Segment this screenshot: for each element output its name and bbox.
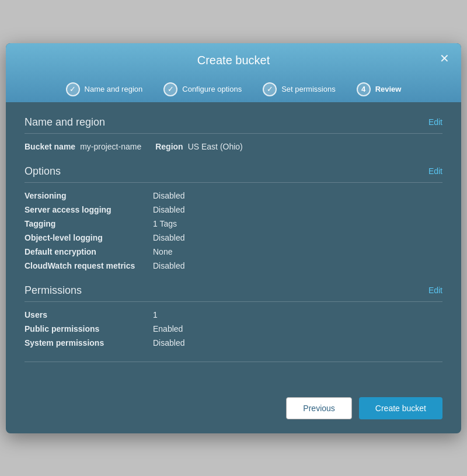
public-permissions-value: Enabled (153, 324, 442, 333)
name-region-title: Name and region (25, 116, 105, 128)
system-permissions-label: System permissions (25, 338, 153, 348)
cloudwatch-label: CloudWatch request metrics (25, 261, 153, 270)
create-bucket-button[interactable]: Create bucket (359, 397, 442, 419)
modal-body: Name and region Edit Bucket name my-proj… (6, 102, 461, 388)
cloudwatch-value: Disabled (153, 261, 442, 270)
step-configure-label: Configure options (182, 85, 242, 93)
bucket-name-value: my-project-name (80, 142, 141, 151)
name-region-header: Name and region Edit (25, 116, 442, 134)
modal-header: Create bucket ✕ ✓ Name and region ✓ Conf… (6, 43, 461, 102)
permissions-edit-button[interactable]: Edit (428, 286, 442, 295)
users-label: Users (25, 310, 153, 319)
options-section: Options Edit Versioning Disabled Server … (25, 165, 442, 270)
step-permissions-icon: ✓ (263, 82, 277, 96)
permissions-header: Permissions Edit (25, 284, 442, 302)
options-title: Options (25, 165, 61, 178)
object-level-logging-value: Disabled (153, 233, 442, 242)
tagging-value: 1 Tags (153, 219, 442, 228)
default-encryption-value: None (153, 247, 442, 256)
server-access-logging-value: Disabled (153, 205, 442, 214)
step-set-permissions: ✓ Set permissions (252, 77, 346, 102)
options-edit-button[interactable]: Edit (428, 166, 442, 176)
permissions-title: Permissions (25, 284, 82, 297)
step-review-icon: 4 (357, 82, 371, 96)
permissions-section: Permissions Edit Users 1 Public permissi… (25, 284, 442, 348)
modal-title: Create bucket (20, 54, 447, 77)
name-region-section: Name and region Edit Bucket name my-proj… (25, 116, 442, 151)
step-review: 4 Review (346, 77, 412, 102)
name-region-edit-button[interactable]: Edit (428, 117, 442, 127)
versioning-value: Disabled (153, 191, 442, 200)
public-permissions-label: Public permissions (25, 324, 153, 333)
users-value: 1 (153, 310, 442, 319)
close-button[interactable]: ✕ (440, 53, 449, 64)
versioning-label: Versioning (25, 191, 153, 200)
permissions-fields: Users 1 Public permissions Enabled Syste… (25, 310, 442, 348)
step-permissions-label: Set permissions (281, 85, 335, 93)
previous-button[interactable]: Previous (286, 397, 351, 419)
steps-bar: ✓ Name and region ✓ Configure options ✓ … (20, 77, 447, 102)
footer-divider (25, 362, 442, 362)
server-access-logging-label: Server access logging (25, 205, 153, 214)
bucket-name-row: Bucket name my-project-name Region US Ea… (25, 142, 442, 151)
default-encryption-label: Default encryption (25, 247, 153, 256)
step-name-region-icon: ✓ (66, 82, 80, 96)
modal-footer: Previous Create bucket (6, 388, 461, 433)
object-level-logging-label: Object-level logging (25, 233, 153, 242)
bucket-name-label: Bucket name (25, 142, 75, 151)
region-value: US East (Ohio) (188, 142, 243, 151)
step-configure-options: ✓ Configure options (153, 77, 252, 102)
tagging-label: Tagging (25, 219, 153, 228)
options-header: Options Edit (25, 165, 442, 183)
step-configure-icon: ✓ (163, 82, 177, 96)
system-permissions-value: Disabled (153, 338, 442, 348)
region-label: Region (155, 142, 183, 151)
step-review-label: Review (375, 85, 402, 93)
step-name-region-label: Name and region (85, 85, 143, 93)
create-bucket-modal: Create bucket ✕ ✓ Name and region ✓ Conf… (6, 43, 461, 433)
step-name-region: ✓ Name and region (55, 77, 154, 102)
options-fields: Versioning Disabled Server access loggin… (25, 191, 442, 270)
